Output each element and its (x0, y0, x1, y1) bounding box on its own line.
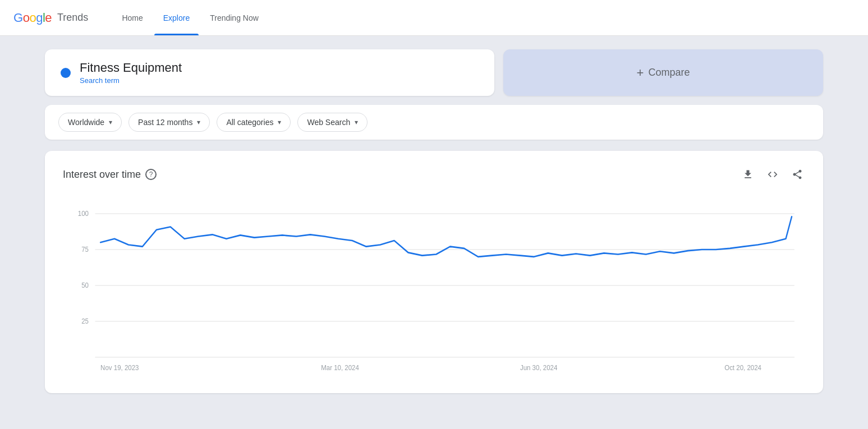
share-button[interactable] (789, 167, 805, 182)
search-row: Fitness Equipment Search term + Compare (45, 49, 823, 96)
filter-search-type[interactable]: Web Search ▾ (297, 113, 368, 132)
chevron-down-icon: ▾ (278, 118, 281, 126)
download-button[interactable] (740, 167, 756, 182)
term-dot (61, 68, 71, 78)
search-term-card: Fitness Equipment Search term (45, 49, 494, 96)
nav-explore[interactable]: Explore (154, 0, 199, 35)
svg-text:Nov 19, 2023: Nov 19, 2023 (100, 364, 139, 372)
svg-text:100: 100 (78, 210, 89, 218)
main-nav: Home Explore Trending Now (113, 0, 267, 35)
svg-text:50: 50 (81, 282, 89, 290)
svg-text:25: 25 (81, 317, 89, 326)
main-content: Fitness Equipment Search term + Compare … (0, 36, 868, 407)
embed-button[interactable] (765, 167, 780, 182)
filter-region[interactable]: Worldwide ▾ (58, 113, 122, 132)
header: Google Trends Home Explore Trending Now (0, 0, 868, 36)
filter-time[interactable]: Past 12 months ▾ (128, 113, 210, 132)
google-logo: Google (13, 11, 52, 25)
chart-header: Interest over time ? (63, 167, 805, 182)
svg-text:Mar 10, 2024: Mar 10, 2024 (321, 364, 359, 372)
compare-label: Compare (648, 67, 690, 79)
compare-card[interactable]: + Compare (503, 49, 823, 96)
chart-container: 100 75 50 25 Nov 19, 2023 Mar 10, 2024 J… (63, 196, 805, 377)
chart-card: Interest over time ? (45, 151, 823, 393)
term-name: Fitness Equipment (80, 61, 182, 75)
nav-trending-now[interactable]: Trending Now (201, 0, 268, 35)
logo-area: Google Trends (13, 11, 88, 25)
term-type: Search term (80, 76, 182, 85)
chevron-down-icon: ▾ (355, 118, 358, 126)
trends-label: Trends (57, 12, 88, 24)
plus-icon: + (637, 66, 644, 80)
filter-category[interactable]: All categories ▾ (217, 113, 291, 132)
chevron-down-icon: ▾ (197, 118, 200, 126)
svg-text:Oct 20, 2024: Oct 20, 2024 (724, 364, 761, 372)
svg-text:75: 75 (81, 246, 89, 254)
chart-title: Interest over time (63, 169, 141, 181)
trend-chart-svg: 100 75 50 25 Nov 19, 2023 Mar 10, 2024 J… (63, 196, 805, 375)
term-info: Fitness Equipment Search term (80, 61, 182, 85)
filters-row: Worldwide ▾ Past 12 months ▾ All categor… (45, 105, 823, 140)
chart-actions (740, 167, 805, 182)
chevron-down-icon: ▾ (109, 118, 112, 126)
nav-home[interactable]: Home (113, 0, 151, 35)
chart-title-area: Interest over time ? (63, 169, 157, 181)
help-icon[interactable]: ? (145, 169, 157, 180)
svg-text:Jun 30, 2024: Jun 30, 2024 (520, 364, 558, 372)
